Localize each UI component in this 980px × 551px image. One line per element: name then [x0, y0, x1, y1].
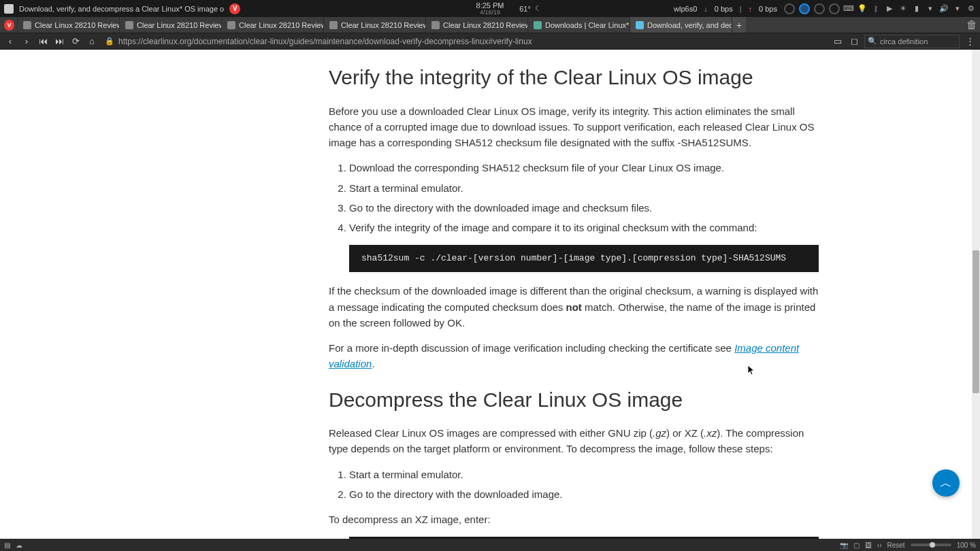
app-logo-icon: [4, 4, 14, 14]
zoom-reset[interactable]: Reset: [887, 541, 905, 549]
paragraph: Released Clear Linux OS images are compr…: [329, 425, 819, 457]
camera-icon[interactable]: 📷: [840, 541, 848, 549]
image-toggle-icon[interactable]: 🖼: [865, 541, 872, 549]
bluetooth-icon[interactable]: ᛒ: [871, 4, 881, 14]
bookmark-icon[interactable]: ◻: [848, 35, 860, 48]
status-bar: ▤ ☁ 📷 ▢ 🖼 ‹› Reset 100 %: [0, 539, 980, 551]
back-button[interactable]: ‹: [4, 35, 16, 48]
tab-active[interactable]: Download, verify, and dec: [630, 17, 732, 33]
code-icon[interactable]: ‹›: [877, 541, 882, 549]
reload-button[interactable]: ⟳: [69, 35, 82, 48]
brightness-icon[interactable]: ☀: [898, 4, 908, 14]
search-field[interactable]: 🔍 circa definition: [864, 35, 960, 48]
page-content: Verify the integrity of the Clear Linux …: [0, 50, 972, 539]
window-title: Download, verify, and decompress a Clear…: [19, 5, 224, 13]
subtext: To decompress an XZ image, enter:: [329, 512, 819, 527]
net-down: 0 bps: [715, 5, 733, 13]
favicon-icon: [431, 21, 440, 29]
tab-label: Clear Linux 28210 Review: [239, 21, 324, 29]
favicon-icon: [534, 21, 542, 29]
heading-decompress: Decompress the Clear Linux OS image: [329, 384, 819, 416]
play-icon[interactable]: ▶: [885, 4, 894, 14]
wifi-icon[interactable]: ▾: [926, 4, 935, 14]
weather: 61° ☾: [519, 4, 543, 14]
cloud-icon[interactable]: ☁: [16, 541, 22, 549]
status-ring-icon[interactable]: [784, 3, 795, 14]
list-item: Verify the integrity of the image and co…: [349, 220, 819, 235]
steps-decompress: Start a terminal emulator. Go to the dir…: [349, 467, 819, 503]
network-interface: wlp6s0: [674, 5, 697, 13]
list-item: Start a terminal emulator.: [349, 467, 819, 482]
tab[interactable]: Clear Linux 28210 Review: [18, 17, 120, 33]
tab[interactable]: Downloads | Clear Linux*: [528, 17, 630, 33]
system-tray: ⌨ 💡 ᛒ ▶ ☀ ▮ ▾ 🔊 ▾ ⚙: [784, 3, 976, 14]
tab-label: Clear Linux 28210 Review: [35, 21, 120, 29]
keyboard-icon[interactable]: ⌨: [844, 4, 853, 14]
home-button[interactable]: ⌂: [86, 35, 98, 48]
clock-date: 4/16/19: [480, 10, 500, 16]
scrollbar-thumb[interactable]: [973, 250, 979, 393]
favicon-icon: [227, 21, 235, 29]
zoom-slider[interactable]: [911, 544, 951, 546]
favicon-icon: [125, 21, 133, 29]
paragraph: For a more in-depth discussion of image …: [329, 340, 819, 372]
tab-label: Clear Linux 28210 Review: [137, 21, 222, 29]
zoom-slider-knob[interactable]: [930, 542, 935, 548]
dropdown-icon[interactable]: ▾: [953, 4, 962, 14]
menu-kebab-icon[interactable]: ⋮: [964, 35, 976, 48]
panel-toggle-icon[interactable]: ▤: [4, 541, 10, 549]
tab[interactable]: Clear Linux 28210 Review: [222, 17, 324, 33]
address-bar: ‹ › ⏮ ⏭ ⟳ ⌂ 🔒 https://clearlinux.org/doc…: [0, 33, 980, 50]
tab-vivaldi-menu[interactable]: V: [1, 17, 18, 33]
status-ring-icon[interactable]: [829, 3, 840, 14]
search-icon: 🔍: [868, 37, 877, 46]
net-down-icon: ↓: [704, 5, 708, 13]
status-ring-icon[interactable]: [814, 3, 825, 14]
list-item: Go to the directory with the downloaded …: [349, 486, 819, 502]
system-topbar: Download, verify, and decompress a Clear…: [0, 0, 980, 17]
new-tab-button[interactable]: +: [732, 17, 746, 33]
bulb-icon[interactable]: 💡: [858, 4, 867, 14]
tab-label: Clear Linux 28210 Review: [341, 21, 426, 29]
reader-icon[interactable]: ▭: [832, 35, 844, 48]
list-item: Download the corresponding SHA512 checks…: [349, 160, 819, 176]
weather-icon: ☾: [534, 4, 543, 14]
net-up: 0 bps: [759, 5, 777, 13]
closed-tabs-trash-icon[interactable]: 🗑: [964, 17, 980, 33]
settings-gear-icon[interactable]: ⚙: [966, 4, 976, 14]
favicon-icon: [23, 21, 31, 29]
tab-label: Downloads | Clear Linux*: [545, 21, 629, 29]
vertical-scrollbar[interactable]: [972, 50, 980, 539]
paragraph: If the checksum of the downloaded image …: [329, 283, 819, 331]
clock: 8:25 PM 4/16/19: [476, 1, 504, 16]
code-sha512sum: sha512sum -c ./clear-[version number]-[i…: [349, 245, 819, 272]
tab[interactable]: Clear Linux 28210 Review: [426, 17, 528, 33]
heading-verify: Verify the integrity of the Clear Linux …: [329, 62, 819, 94]
fast-forward-button[interactable]: ⏭: [53, 35, 65, 48]
scroll-to-top-button[interactable]: ︿: [932, 469, 960, 497]
tab-label: Download, verify, and dec: [647, 21, 732, 29]
temperature: 61°: [519, 5, 531, 13]
tile-icon[interactable]: ▢: [853, 541, 860, 549]
battery-icon[interactable]: ▮: [912, 4, 921, 14]
lock-icon: 🔒: [105, 37, 114, 46]
favicon-icon: [329, 21, 338, 29]
vivaldi-icon[interactable]: V: [229, 3, 240, 14]
favicon-icon: [636, 21, 644, 29]
url-text: https://clearlinux.org/documentation/cle…: [118, 37, 825, 46]
status-ring-active-icon[interactable]: [799, 3, 810, 14]
paragraph: Before you use a downloaded Clear Linux …: [329, 103, 819, 151]
tab-strip: V Clear Linux 28210 Review Clear Linux 2…: [0, 17, 980, 33]
search-placeholder: circa definition: [880, 37, 928, 46]
zoom-level: 100 %: [957, 541, 976, 549]
steps-verify: Download the corresponding SHA512 checks…: [349, 160, 819, 235]
tab[interactable]: Clear Linux 28210 Review: [120, 17, 222, 33]
url-field[interactable]: 🔒 https://clearlinux.org/documentation/c…: [102, 35, 828, 48]
list-item: Go to the directory with the downloaded …: [349, 200, 819, 216]
net-up-icon: ↑: [749, 5, 753, 13]
tab[interactable]: Clear Linux 28210 Review: [324, 17, 426, 33]
forward-button[interactable]: ›: [20, 35, 33, 48]
list-item: Start a terminal emulator.: [349, 180, 819, 196]
volume-icon[interactable]: 🔊: [939, 4, 949, 14]
rewind-button[interactable]: ⏮: [37, 35, 49, 48]
